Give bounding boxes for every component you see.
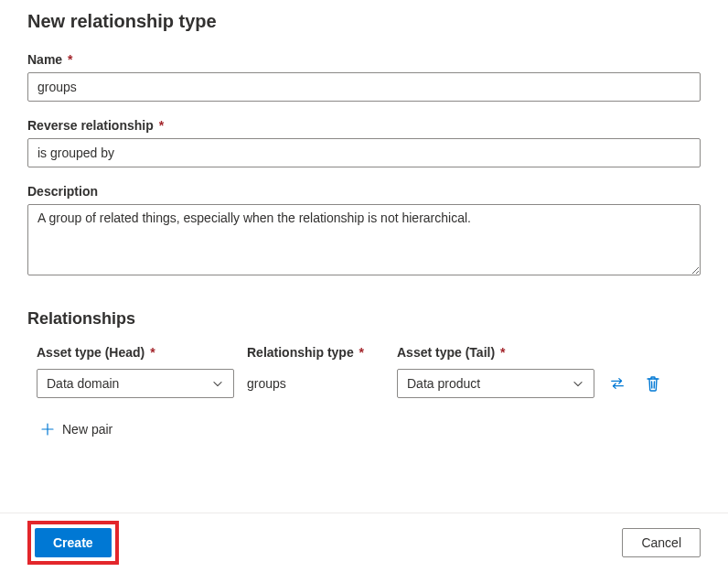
col-reltype-text: Relationship type (247, 345, 354, 360)
relationship-row: Data domain groups Data product (27, 369, 701, 398)
new-pair-button[interactable]: New pair (37, 416, 116, 442)
relationships-heading: Relationships (27, 309, 701, 329)
reverse-input[interactable] (27, 138, 701, 167)
col-head-text: Asset type (Head) (37, 345, 145, 360)
required-marker: * (68, 52, 72, 67)
required-marker: * (500, 345, 505, 360)
swap-icon (609, 375, 626, 392)
name-input[interactable] (27, 72, 701, 102)
name-label-text: Name (27, 52, 62, 67)
col-tail-text: Asset type (Tail) (397, 345, 495, 360)
trash-icon (646, 375, 660, 392)
description-textarea[interactable] (27, 204, 701, 275)
chevron-down-icon (211, 377, 224, 390)
new-pair-label: New pair (62, 422, 112, 437)
asset-tail-select[interactable]: Data product (397, 369, 594, 398)
asset-head-value: Data domain (47, 376, 119, 391)
description-label-text: Description (27, 184, 98, 199)
col-reltype-label: Relationship type * (247, 345, 384, 360)
page-title: New relationship type (27, 11, 701, 32)
chevron-down-icon (572, 377, 584, 390)
relationship-type-value: groups (247, 376, 384, 391)
description-label: Description (27, 184, 701, 199)
reverse-label-text: Reverse relationship (27, 118, 154, 133)
required-marker: * (150, 345, 155, 360)
name-label: Name * (27, 52, 701, 67)
col-tail-label: Asset type (Tail) * (397, 345, 594, 360)
create-highlight: Create (27, 521, 119, 565)
col-head-label: Asset type (Head) * (37, 345, 234, 360)
asset-tail-value: Data product (407, 376, 480, 391)
required-marker: * (159, 118, 164, 133)
required-marker: * (359, 345, 364, 360)
delete-row-button[interactable] (644, 373, 662, 394)
asset-head-select[interactable]: Data domain (37, 369, 234, 398)
footer: Create Cancel (0, 513, 728, 572)
cancel-button[interactable]: Cancel (622, 528, 701, 557)
swap-button[interactable] (607, 373, 627, 394)
create-button[interactable]: Create (35, 528, 112, 557)
plus-icon (40, 422, 55, 437)
reverse-label: Reverse relationship * (27, 118, 701, 133)
